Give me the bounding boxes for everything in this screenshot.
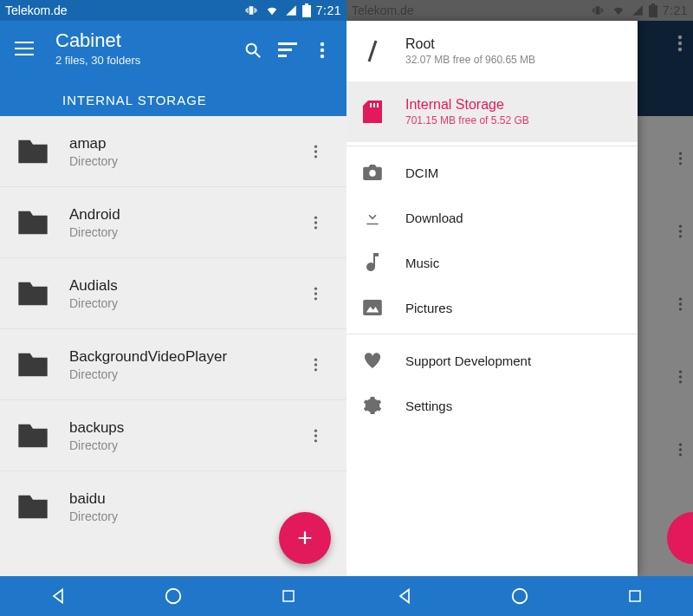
drawer-storage-root[interactable]: Root 32.07 MB free of 960.65 MB xyxy=(346,21,638,81)
svg-point-13 xyxy=(314,145,317,147)
svg-point-24 xyxy=(314,368,317,371)
storage-sub: 32.07 MB free of 960.65 MB xyxy=(405,54,535,66)
app-title: Cabinet xyxy=(55,29,236,52)
list-item[interactable]: amap Directory xyxy=(0,116,346,187)
recent-square-icon xyxy=(627,588,643,604)
item-sub: Directory xyxy=(69,225,314,239)
drawer-item-label: Pictures xyxy=(405,301,452,315)
svg-point-26 xyxy=(314,434,317,437)
drawer-item-label: Download xyxy=(405,211,463,225)
list-item[interactable]: Android Directory xyxy=(0,187,346,258)
dimmed-overflow-button xyxy=(677,35,683,52)
sort-icon xyxy=(278,42,297,58)
clock-label: 7:21 xyxy=(316,3,341,17)
svg-line-50 xyxy=(369,41,376,62)
screen-file-list: Telekom.de 7:21 Cabinet xyxy=(0,0,346,616)
system-nav-bar xyxy=(346,576,693,616)
svg-point-45 xyxy=(678,36,682,39)
nav-recent-button[interactable] xyxy=(618,579,652,613)
sort-button[interactable] xyxy=(270,33,305,68)
home-circle-icon xyxy=(164,587,183,606)
svg-rect-4 xyxy=(15,54,34,55)
overflow-button[interactable] xyxy=(305,33,340,68)
item-sub: Directory xyxy=(69,367,314,381)
carrier-label: Telekom.de xyxy=(5,3,68,17)
hamburger-icon xyxy=(15,42,34,55)
svg-rect-1 xyxy=(305,3,308,5)
svg-rect-52 xyxy=(373,103,375,107)
menu-button[interactable] xyxy=(7,31,42,66)
folder-icon xyxy=(14,204,52,242)
svg-point-46 xyxy=(678,42,682,45)
folder-icon xyxy=(14,488,52,526)
svg-rect-29 xyxy=(283,591,294,601)
folder-icon xyxy=(14,275,52,313)
nav-back-button[interactable] xyxy=(41,579,75,613)
storage-name: Root xyxy=(405,36,535,52)
back-triangle-icon xyxy=(49,587,67,605)
item-overflow-button[interactable] xyxy=(314,428,338,444)
breadcrumb[interactable]: INTERNAL STORAGE xyxy=(62,93,207,107)
folder-icon xyxy=(14,133,52,171)
wifi-icon xyxy=(264,4,280,16)
svg-rect-9 xyxy=(278,55,287,57)
nav-back-button[interactable] xyxy=(387,579,422,613)
search-button[interactable] xyxy=(236,33,270,68)
nav-home-button[interactable] xyxy=(156,579,191,613)
svg-rect-2 xyxy=(15,42,34,43)
item-overflow-button[interactable] xyxy=(314,286,338,302)
drawer-item-pictures[interactable]: Pictures xyxy=(346,285,638,330)
item-overflow-button[interactable] xyxy=(314,144,338,159)
svg-rect-7 xyxy=(278,42,297,45)
screen-drawer-open: Telekom.de 7:21 Root 32.07 MB free of 96… xyxy=(346,0,693,616)
svg-point-19 xyxy=(314,287,317,289)
system-nav-bar xyxy=(0,576,346,616)
svg-point-15 xyxy=(314,155,317,158)
item-sub: Directory xyxy=(69,296,314,310)
item-sub: Directory xyxy=(69,509,314,523)
nav-home-button[interactable] xyxy=(502,579,537,613)
storage-name: Internal Storage xyxy=(405,97,529,113)
svg-rect-51 xyxy=(370,103,372,107)
home-circle-icon xyxy=(510,587,529,606)
svg-rect-0 xyxy=(302,5,311,17)
drawer-item-settings[interactable]: Settings xyxy=(346,383,638,428)
svg-rect-3 xyxy=(15,48,34,49)
drawer-storage-internal[interactable]: Internal Storage 701.15 MB free of 5.52 … xyxy=(346,81,638,142)
item-name: backups xyxy=(69,419,314,437)
item-name: baidu xyxy=(69,490,314,508)
list-item[interactable]: BackgroundVideoPlayer Directory xyxy=(0,329,346,400)
svg-point-20 xyxy=(314,292,317,295)
item-name: BackgroundVideoPlayer xyxy=(69,348,314,366)
storage-sub: 701.15 MB free of 5.52 GB xyxy=(405,114,529,126)
drawer-item-support[interactable]: Support Development xyxy=(346,338,638,383)
signal-icon xyxy=(285,4,297,16)
vibrate-icon xyxy=(243,4,259,16)
item-overflow-button[interactable] xyxy=(314,357,338,373)
root-icon xyxy=(359,39,386,63)
drawer-item-music[interactable]: Music xyxy=(346,240,638,285)
list-item[interactable]: backups Directory xyxy=(0,400,346,471)
item-sub: Directory xyxy=(69,438,314,452)
svg-rect-53 xyxy=(377,103,379,107)
svg-rect-55 xyxy=(363,300,382,315)
list-item[interactable]: Audials Directory xyxy=(0,258,346,329)
drawer-item-label: Settings xyxy=(405,399,452,413)
fab-add-button[interactable]: + xyxy=(279,512,331,564)
svg-point-16 xyxy=(314,216,317,218)
item-overflow-button[interactable] xyxy=(314,215,338,230)
file-list[interactable]: amap Directory Android Directory Audials xyxy=(0,116,346,576)
svg-point-57 xyxy=(513,589,528,604)
svg-point-10 xyxy=(321,42,324,46)
nav-recent-button[interactable] xyxy=(271,579,306,613)
svg-point-28 xyxy=(166,589,181,604)
sdcard-icon xyxy=(359,101,386,123)
svg-rect-8 xyxy=(278,49,292,51)
drawer-item-download[interactable]: Download xyxy=(346,195,638,240)
svg-point-47 xyxy=(678,48,682,51)
app-bar: Cabinet 2 files, 30 folders INTERNAL STO… xyxy=(0,21,346,116)
plus-icon: + xyxy=(297,523,313,553)
svg-point-12 xyxy=(321,55,324,58)
drawer-item-dcim[interactable]: DCIM xyxy=(346,150,638,195)
folder-icon xyxy=(14,346,52,384)
